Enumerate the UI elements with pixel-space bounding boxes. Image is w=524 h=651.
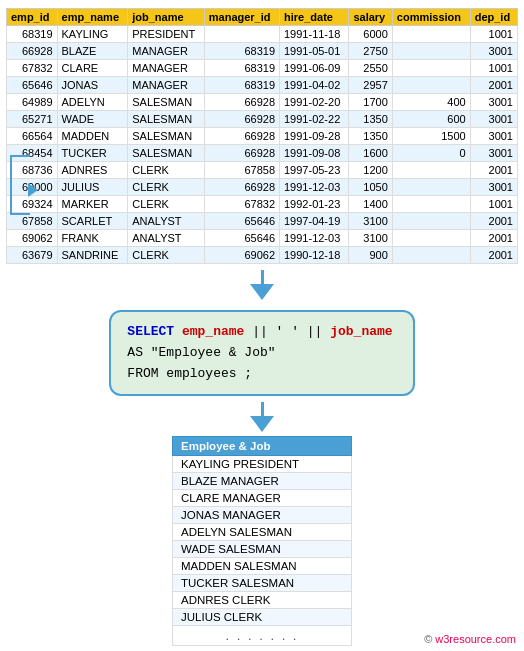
cell-r13-c6 (392, 247, 470, 264)
arrow-down-1 (0, 270, 524, 300)
cell-r2-c4: 1991-06-09 (280, 60, 349, 77)
cell-r0-c2: PRESIDENT (128, 26, 205, 43)
cell-r12-c3: 65646 (204, 230, 279, 247)
result-cell-5: WADE SALESMAN (173, 541, 352, 558)
cell-r8-c7: 2001 (470, 162, 517, 179)
cell-r0-c1: KAYLING (57, 26, 128, 43)
col-header-salary: salary (349, 9, 392, 26)
result-row: KAYLING PRESIDENT (173, 456, 352, 473)
cell-r11-c0: 67858 (7, 213, 58, 230)
result-row: ADNRES CLERK (173, 592, 352, 609)
sql-jobname-field: job_name (330, 324, 392, 339)
cell-r5-c4: 1991-02-22 (280, 111, 349, 128)
result-cell-8: ADNRES CLERK (173, 592, 352, 609)
cell-r13-c2: CLERK (128, 247, 205, 264)
result-row: JONAS MANAGER (173, 507, 352, 524)
result-section: Employee & Job KAYLING PRESIDENTBLAZE MA… (0, 436, 524, 646)
cell-r6-c1: MADDEN (57, 128, 128, 145)
result-row: BLAZE MANAGER (173, 473, 352, 490)
result-row: ADELYN SALESMAN (173, 524, 352, 541)
table-row: 69062FRANKANALYST656461991-12-0331002001 (7, 230, 518, 247)
col-header-emp_name: emp_name (57, 9, 128, 26)
cell-r4-c5: 1700 (349, 94, 392, 111)
col-header-hire_date: hire_date (280, 9, 349, 26)
cell-r8-c2: CLERK (128, 162, 205, 179)
cell-r1-c3: 68319 (204, 43, 279, 60)
result-body: KAYLING PRESIDENTBLAZE MANAGERCLARE MANA… (173, 456, 352, 646)
col-header-emp_id: emp_id (7, 9, 58, 26)
cell-r6-c3: 66928 (204, 128, 279, 145)
cell-r8-c5: 1200 (349, 162, 392, 179)
sql-concat1: || ' ' || (252, 324, 330, 339)
cell-r9-c2: CLERK (128, 179, 205, 196)
cell-r0-c4: 1991-11-18 (280, 26, 349, 43)
footer-site: w3resource.com (435, 633, 516, 645)
result-table: Employee & Job KAYLING PRESIDENTBLAZE MA… (172, 436, 352, 646)
cell-r9-c3: 66928 (204, 179, 279, 196)
cell-r7-c3: 66928 (204, 145, 279, 162)
table-row: 68736ADNRESCLERK678581997-05-2312002001 (7, 162, 518, 179)
table-row: 64989ADELYNSALESMAN669281991-02-20170040… (7, 94, 518, 111)
arrow-head-2 (250, 416, 274, 432)
result-row: JULIUS CLERK (173, 609, 352, 626)
cell-r13-c4: 1990-12-18 (280, 247, 349, 264)
sql-select-keyword: SELECT (127, 324, 174, 339)
cell-r7-c4: 1991-09-08 (280, 145, 349, 162)
col-header-job_name: job_name (128, 9, 205, 26)
table-row: 63679SANDRINECLERK690621990-12-189002001 (7, 247, 518, 264)
cell-r6-c5: 1350 (349, 128, 392, 145)
table-row: 69000JULIUSCLERK669281991-12-0310503001 (7, 179, 518, 196)
cell-r13-c0: 63679 (7, 247, 58, 264)
sql-as-clause: AS "Employee & Job" (127, 345, 275, 360)
cell-r6-c6: 1500 (392, 128, 470, 145)
cell-r3-c4: 1991-04-02 (280, 77, 349, 94)
cell-r1-c4: 1991-05-01 (280, 43, 349, 60)
result-cell-2: CLARE MANAGER (173, 490, 352, 507)
cell-r12-c1: FRANK (57, 230, 128, 247)
footer: © w3resource.com (424, 633, 516, 645)
cell-r4-c6: 400 (392, 94, 470, 111)
table-row: 68454TUCKERSALESMAN669281991-09-08160003… (7, 145, 518, 162)
cell-r5-c0: 65271 (7, 111, 58, 128)
table-row: 65646JONASMANAGER683191991-04-0229572001 (7, 77, 518, 94)
table-row: 65271WADESALESMAN669281991-02-2213506003… (7, 111, 518, 128)
cell-r0-c5: 6000 (349, 26, 392, 43)
cell-r9-c4: 1991-12-03 (280, 179, 349, 196)
sql-line1: SELECT emp_name || ' ' || job_name (127, 322, 392, 343)
cell-r4-c2: SALESMAN (128, 94, 205, 111)
employees-table: emp_idemp_namejob_namemanager_idhire_dat… (6, 8, 518, 264)
cell-r12-c4: 1991-12-03 (280, 230, 349, 247)
sql-empname-field: emp_name (182, 324, 244, 339)
sql-line2: AS "Employee & Job" (127, 343, 392, 364)
cell-r2-c7: 1001 (470, 60, 517, 77)
cell-r10-c5: 1400 (349, 196, 392, 213)
cell-r7-c2: SALESMAN (128, 145, 205, 162)
result-cell-4: ADELYN SALESMAN (173, 524, 352, 541)
cell-r13-c1: SANDRINE (57, 247, 128, 264)
cell-r2-c6 (392, 60, 470, 77)
bracket-left (10, 155, 30, 215)
cell-r9-c6 (392, 179, 470, 196)
cell-r5-c7: 3001 (470, 111, 517, 128)
result-cell-1: BLAZE MANAGER (173, 473, 352, 490)
cell-r3-c6 (392, 77, 470, 94)
cell-r8-c6 (392, 162, 470, 179)
cell-r4-c4: 1991-02-20 (280, 94, 349, 111)
cell-r9-c1: JULIUS (57, 179, 128, 196)
cell-r10-c2: CLERK (128, 196, 205, 213)
bracket-arrow (28, 183, 38, 197)
cell-r10-c1: MARKER (57, 196, 128, 213)
result-header: Employee & Job (173, 437, 352, 456)
cell-r4-c1: ADELYN (57, 94, 128, 111)
cell-r1-c2: MANAGER (128, 43, 205, 60)
cell-r5-c5: 1350 (349, 111, 392, 128)
table-body: 68319KAYLINGPRESIDENT1991-11-18600010016… (7, 26, 518, 264)
cell-r3-c1: JONAS (57, 77, 128, 94)
cell-r3-c0: 65646 (7, 77, 58, 94)
cell-r4-c7: 3001 (470, 94, 517, 111)
cell-r13-c3: 69062 (204, 247, 279, 264)
sql-line3: FROM employees ; (127, 364, 392, 385)
cell-r11-c3: 65646 (204, 213, 279, 230)
cell-r1-c6 (392, 43, 470, 60)
cell-r5-c1: WADE (57, 111, 128, 128)
